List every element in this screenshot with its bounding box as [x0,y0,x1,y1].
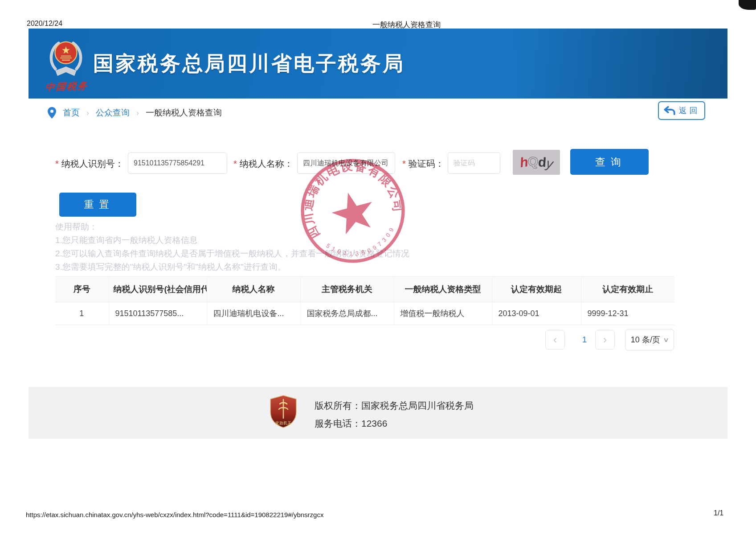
breadcrumb: 首页 › 公众查询 › 一般纳税人资格查询 [48,107,222,119]
help-line: 3.您需要填写完整的"纳税人识别号"和"纳税人名称"进行查询。 [55,260,409,274]
breadcrumb-separator-icon: › [136,108,139,118]
col-valid-from: 认定有效期起 [492,277,581,302]
breadcrumb-current: 一般纳税人资格查询 [146,107,222,119]
col-valid-to: 认定有效期止 [581,277,674,302]
cell-valid-from: 2013-09-01 [492,302,581,325]
col-tax-authority: 主管税务机关 [300,277,394,302]
cell-qualification-type: 增值税一般纳税人 [394,302,492,325]
footer-copyright: 版权所有：国家税务总局四川省税务局 [315,399,474,412]
captcha-image[interactable]: h Q d y [513,150,560,175]
required-star-icon: * [402,159,406,169]
breadcrumb-home[interactable]: 首页 [63,107,80,119]
reset-button[interactable]: 重置 [59,193,136,217]
col-taxpayer-name: 纳税人名称 [207,277,300,302]
print-url: https://etax.sichuan.chinatax.gov.cn/yhs… [26,511,323,519]
captcha-label: *验证码： [402,158,444,170]
query-button[interactable]: 查询 [570,149,649,175]
cell-seq: 1 [55,302,109,325]
required-star-icon: * [55,159,59,169]
logo-caption: 中国税务 [40,79,94,94]
print-page-indicator: 1/1 [714,509,723,517]
help-line: 1.您只能查询省内一般纳税人资格信息 [55,234,409,247]
captcha-char: h [519,155,529,169]
cell-taxpayer-name: 四川迪瑞机电设备... [207,302,300,325]
location-pin-icon [48,107,56,119]
chevron-right-icon: › [603,333,607,346]
table-header-row: 序号 纳税人识别号(社会信用代码) 纳税人名称 主管税务机关 一般纳税人资格类型… [55,277,674,302]
help-line: 2.您可以输入查询条件查询纳税人是否属于增值税一般纳税人，并查看一般纳税人资格登… [55,247,409,260]
caret-down-icon: ∨ [663,336,669,343]
page-size-dropdown[interactable]: 10 条/页 ∨ [625,329,674,350]
back-button-label: 返回 [679,105,700,116]
table-row: 1 91510113577585... 四川迪瑞机电设备... 国家税务总局成都… [55,302,674,325]
results-table: 序号 纳税人识别号(社会信用代码) 纳税人名称 主管税务机关 一般纳税人资格类型… [55,276,674,325]
footer-badge-icon: 党政机关 [269,394,298,429]
pagination-next-button[interactable]: › [595,330,615,350]
cell-valid-to: 9999-12-31 [581,302,674,325]
badge-label: 党政机关 [275,421,291,425]
taxpayer-name-input[interactable] [297,152,395,174]
usage-help: 使用帮助： 1.您只能查询省内一般纳税人资格信息 2.您可以输入查询条件查询纳税… [55,220,409,274]
breadcrumb-separator-icon: › [86,108,89,118]
required-star-icon: * [233,159,237,169]
back-button[interactable]: 返回 [658,101,705,120]
col-taxpayer-id: 纳税人识别号(社会信用代码) [109,277,207,302]
cell-tax-authority: 国家税务总局成都... [300,302,394,325]
captcha-input[interactable] [448,152,500,174]
scan-artifact [739,0,756,10]
footer [29,387,727,439]
cell-taxpayer-id: 91510113577585... [109,302,207,325]
help-title: 使用帮助： [55,220,409,234]
pagination-current-page[interactable]: 1 [575,335,594,345]
page-size-value: 10 条/页 [631,334,660,345]
taxpayer-name-label: *纳税人名称： [233,158,293,170]
site-title: 国家税务总局四川省电子税务局 [93,29,405,99]
pagination-prev-button[interactable]: ‹ [545,330,565,350]
col-qualification-type: 一般纳税人资格类型 [394,277,492,302]
scanned-page: 2020/12/24 一般纳税人资格查询 中国税务 国家税务总局四川省电子税务局… [0,0,756,535]
print-date: 2020/12/24 [27,20,62,28]
tax-emblem-logo [44,37,88,81]
footer-phone: 服务电话：12366 [315,417,387,430]
col-seq: 序号 [55,277,109,302]
site-banner: 中国税务 国家税务总局四川省电子税务局 [29,29,727,99]
back-arrow-icon [663,106,676,115]
taxpayer-id-input[interactable] [128,152,227,174]
taxpayer-id-label: *纳税人识别号： [55,158,124,170]
captcha-char: Q [528,155,538,168]
chevron-left-icon: ‹ [553,333,557,346]
breadcrumb-public-query[interactable]: 公众查询 [96,107,130,119]
